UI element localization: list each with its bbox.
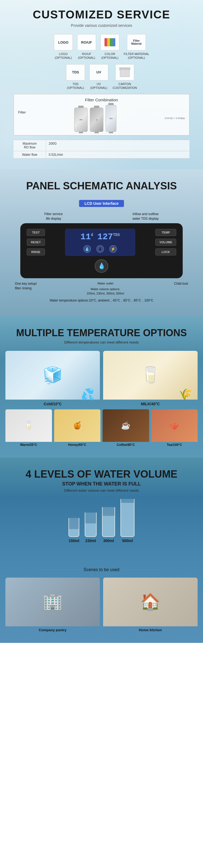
filter-combo-content: Filter PP C — [18, 105, 185, 132]
spec-key-rd: MaximumRO flow — [13, 140, 46, 151]
reset-button[interactable]: RESET — [27, 239, 45, 246]
option-rouf: RO/UF RO/UF(OPTIONAL) — [77, 34, 96, 60]
honey-caption: Honey/65°C — [54, 443, 101, 447]
screen-icon-1: 💧 — [83, 245, 91, 253]
screen-icons: 💧 🌡 ⚡ — [83, 245, 117, 253]
temp-tea-box: 🫖 Tea/100°C — [151, 409, 198, 447]
temp-bottom-row: 🥛 Warm/25°C 🍯 Honey/65°C ☕ Coffee/85°C 🫖… — [5, 409, 198, 447]
spec-val-rd: 200G — [46, 140, 59, 151]
annotation-center-outlet: Water outlet — [87, 281, 124, 285]
option-packaging: CARTONCUSTOMIZATION — [112, 64, 137, 90]
kitchen-caption: Home kitchen — [103, 628, 198, 632]
test-button[interactable]: TEST — [27, 229, 45, 236]
option-uv: UV UV(OPTIONAL) — [89, 64, 108, 90]
filter-pp: PP — [74, 107, 88, 132]
screen-display: 11d 127TDS — [80, 232, 120, 242]
panel-left-buttons: TEST RESET RINSE — [27, 229, 45, 255]
control-panel: TEST RESET RINSE 11d 127TDS 💧 🌡 ⚡ — [20, 223, 183, 278]
filter-ro: RO — [106, 105, 116, 132]
glass-150ml: 150ml — [68, 518, 79, 543]
volume-subtitle: STOP WHEN THE WATER IS FULL — [5, 481, 198, 487]
panel-screen: 11d 127TDS 💧 🌡 ⚡ — [65, 229, 135, 256]
ro-cartridge: RO — [106, 105, 116, 132]
section-scenes: Scenes to be used 🏢 Company pantry 🏠 Hom… — [0, 556, 203, 643]
uv-icon: UV — [89, 64, 108, 81]
annotation-right: Child lock — [174, 281, 188, 296]
scenes-line-left — [40, 569, 80, 570]
color-label: COLOR(OPTIONAL) — [101, 52, 118, 60]
glass-label-500: 500ml — [122, 538, 133, 543]
temp-subtitle: Different temperatures can meet differen… — [5, 340, 198, 344]
scenes-title-row: Scenes to be used — [5, 567, 198, 572]
spec-val-wf: 0.52L/min — [46, 151, 66, 158]
scene-office: 🏢 Company pantry — [5, 578, 100, 632]
glass-500ml: 500ml — [121, 499, 135, 543]
uv-label: UV(OPTIONAL) — [90, 82, 107, 90]
filter-carbon: C — [90, 107, 103, 132]
glass-label-230: 230ml — [85, 538, 96, 543]
subtitle: Provide various customized services — [5, 23, 198, 28]
filter-combo-title: Filter Combination — [18, 97, 185, 102]
office-image: 🏢 — [5, 578, 100, 626]
screen-icon-3: ⚡ — [109, 245, 117, 253]
office-caption: Company pantry — [5, 628, 100, 632]
filter-label: Filter — [18, 105, 26, 114]
coffee-image: ☕ — [103, 409, 149, 442]
tea-image: 🫖 — [151, 409, 198, 442]
milk-image: 🥛 🌾 — [103, 351, 198, 400]
logo-icon: LOGO — [54, 34, 73, 51]
panel-top-row: TEST RESET RINSE 11d 127TDS 💧 🌡 ⚡ — [27, 229, 176, 256]
packaging-icon — [115, 64, 134, 81]
water-level-230 — [85, 523, 96, 536]
temp-warm-box: 🥛 Warm/25°C — [5, 409, 52, 447]
option-logo: LOGO LOGO(OPTIONAL) — [54, 34, 73, 60]
scenes-row: 🏢 Company pantry 🏠 Home kitchen — [5, 578, 198, 632]
options-row-2: TDS TDS(OPTIONAL) UV UV(OPTIONAL) CARTON… — [5, 64, 198, 90]
section-panel: PANEL SCHEMATIC ANALYSIS LCD User Interf… — [0, 169, 203, 316]
section-customized: CUSTOMIZED SERVICE Provide various custo… — [0, 0, 203, 169]
glass-label-300: 300ml — [103, 538, 114, 543]
temp-button[interactable]: TEMP — [155, 229, 176, 236]
glass-label-150: 150ml — [68, 538, 79, 543]
carbon-cartridge: C — [90, 107, 103, 132]
filter-specs: MaximumRO flow 200G Water flow 0.52L/min — [13, 140, 190, 158]
annotation-left: One key setup/filter rinsing — [15, 281, 37, 296]
glass-shape-230 — [85, 513, 97, 537]
panel-diagram: LCD User Interface Filter servicelife di… — [9, 200, 194, 303]
main-title: CUSTOMIZED SERVICE — [5, 8, 198, 21]
spec-row-wf: Water flow 0.52L/min — [13, 151, 190, 158]
filter-material-label: FILTER MATERIAL(OPTIONAL) — [124, 52, 149, 60]
screen-num2: 127TDS — [97, 232, 120, 242]
glass-shape-500 — [121, 499, 135, 537]
water-drop-button[interactable]: 💧 — [95, 259, 108, 273]
water-level-300 — [103, 516, 114, 536]
glass-shape-300 — [102, 507, 115, 537]
panel-section-title: PANEL SCHEMATIC ANALYSIS — [5, 180, 198, 192]
temp-options-text: Water temperature options:10°C, ambient，… — [9, 298, 194, 303]
option-tds: TDS TDS(OPTIONAL) — [66, 64, 85, 90]
temp-top-row: 🧊 💦 Cold/10°C 🥛 🌾 MILK/45°C — [5, 351, 198, 406]
annotation-child-lock: Child lock — [174, 281, 188, 286]
tds-icon: TDS — [66, 64, 85, 81]
temp-milk-box: 🥛 🌾 MILK/45°C — [103, 351, 198, 406]
warm-image: 🥛 — [5, 409, 52, 442]
kitchen-image: 🏠 — [103, 578, 198, 626]
spec-key-wf: Water flow — [13, 151, 46, 158]
glasses-row: 150ml 230ml 300ml 500ml — [5, 499, 198, 543]
screen-icon-2: 🌡 — [96, 245, 104, 253]
lock-button[interactable]: LOCK — [155, 248, 176, 255]
rinse-button[interactable]: RINSE — [27, 248, 45, 255]
glass-300ml: 300ml — [102, 507, 115, 543]
label-filter-life: Filter servicelife display — [44, 212, 63, 221]
temp-coffee-box: ☕ Coffee/85°C — [103, 409, 149, 447]
volume-button[interactable]: VOLUME — [155, 239, 176, 246]
water-level-500 — [121, 503, 134, 536]
scenes-title: Scenes to be used — [83, 567, 120, 572]
honey-image: 🍯 — [54, 409, 101, 442]
rouf-label: RO/UF(OPTIONAL) — [78, 52, 95, 60]
options-row-1: LOGO LOGO(OPTIONAL) RO/UF RO/UF(OPTIONAL… — [5, 34, 198, 60]
screen-num1: 11d — [80, 232, 93, 242]
spec-row-rd: MaximumRO flow 200G — [13, 140, 190, 151]
scenes-line-right — [123, 569, 163, 570]
panel-annotations: One key setup/filter rinsing Water outle… — [9, 281, 194, 296]
